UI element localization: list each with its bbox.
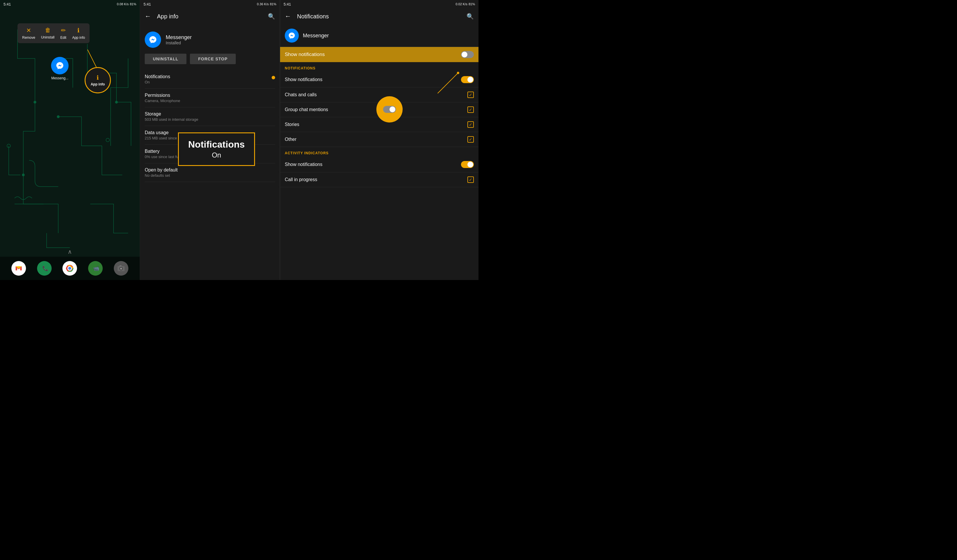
storage-title: Storage	[145, 111, 275, 117]
group-chat-label: Group chat mentions	[285, 107, 328, 112]
remove-icon: ✕	[26, 27, 31, 34]
other-checkbox[interactable]: ✓	[467, 136, 474, 143]
banner-label: Show notifications	[285, 52, 325, 57]
messenger-app-icon[interactable]: Messeng...	[51, 57, 69, 80]
app-info-balloon[interactable]: ℹ App info	[85, 67, 111, 93]
stories-label: Stories	[285, 122, 299, 127]
svg-point-1	[22, 174, 25, 176]
context-menu: ✕ Remove 🗑 Uninstall ✏ Edit ℹ App info	[17, 23, 90, 43]
status-icons-appinfo: 0.36 K/s 81%	[257, 2, 276, 6]
notifications-row[interactable]: Notifications On	[145, 70, 275, 89]
time-home: 5:41	[3, 2, 11, 6]
chats-calls-label: Chats and calls	[285, 92, 317, 98]
dock-gmail[interactable]	[11, 261, 26, 276]
camera-icon	[117, 264, 125, 273]
dock-duo[interactable]: 📹	[88, 261, 103, 276]
messenger-app-icon-large	[145, 32, 161, 48]
activity-toggle-knob	[467, 162, 473, 167]
appinfo-label: App info	[72, 36, 85, 39]
dock: 📞 📹	[0, 257, 140, 280]
show-notifications-banner[interactable]: Show notifications	[280, 47, 478, 62]
uninstall-label: Uninstall	[41, 35, 55, 39]
messenger-notif-icon-svg	[288, 32, 296, 39]
context-remove[interactable]: ✕ Remove	[22, 27, 35, 39]
other-row[interactable]: Other ✓	[280, 132, 478, 147]
app-info-app-header: Messenger Installed	[145, 29, 275, 54]
activity-show-notif-row[interactable]: Show notifications	[280, 157, 478, 172]
search-button-notif[interactable]: 🔍	[466, 13, 474, 20]
home-screen-panel: 5:41 0.08 K/s 81% ✕ Remove 🗑 Uninstall ✏…	[0, 0, 140, 280]
status-bar-notif: 5:41 0.02 K/s 81%	[280, 0, 478, 8]
banner-toggle[interactable]	[461, 51, 474, 58]
time-appinfo: 5:41	[144, 2, 151, 6]
uninstall-icon: 🗑	[45, 27, 51, 33]
status-bar-appinfo: 5:41 0.36 K/s 81%	[140, 0, 280, 8]
search-button-appinfo[interactable]: 🔍	[268, 13, 275, 20]
status-bar-home: 5:41 0.08 K/s 81%	[0, 0, 140, 8]
time-notif: 5:41	[284, 2, 291, 6]
call-in-progress-row[interactable]: Call in progress ✓	[280, 172, 478, 187]
svg-point-19	[120, 267, 122, 270]
svg-point-4	[106, 138, 109, 142]
dock-camera[interactable]	[114, 261, 128, 276]
notifications-header: ← Notifications 🔍	[280, 8, 478, 25]
up-arrow[interactable]: ∧	[68, 248, 72, 255]
messenger-logo-icon	[55, 61, 65, 70]
activity-show-notif-label: Show notifications	[285, 162, 322, 167]
other-label: Other	[285, 137, 297, 142]
permissions-title: Permissions	[145, 93, 275, 98]
notif-app-name: Messenger	[303, 33, 329, 39]
context-appinfo[interactable]: ℹ App info	[72, 27, 85, 39]
group-chat-checkbox[interactable]: ✓	[467, 106, 474, 113]
gmail-icon	[14, 264, 23, 273]
status-icons-home: 0.08 K/s 81%	[117, 2, 136, 6]
notifications-row-title: Notifications	[145, 74, 272, 79]
chrome-icon	[65, 263, 74, 273]
app-info-panel: 5:41 0.36 K/s 81% ← App info 🔍 Messenger…	[140, 0, 280, 280]
force-stop-button[interactable]: FORCE STOP	[190, 54, 236, 64]
show-notif-toggle-knob	[467, 77, 473, 82]
yellow-circle-indicator	[376, 96, 403, 123]
chats-calls-checkbox[interactable]: ✓	[467, 91, 474, 98]
app-name-block: Messenger Installed	[166, 35, 192, 45]
mini-toggle-inside-circle	[383, 106, 396, 113]
context-uninstall[interactable]: 🗑 Uninstall	[41, 27, 55, 39]
show-notif-label: Show notifications	[285, 77, 322, 82]
call-in-progress-checkbox[interactable]: ✓	[467, 177, 474, 183]
signal-icons: 0.08 K/s	[117, 2, 129, 6]
permissions-row[interactable]: Permissions Camera, Microphone	[145, 89, 275, 107]
open-by-default-row[interactable]: Open by default No defaults set	[145, 163, 275, 182]
permissions-sub: Camera, Microphone	[145, 99, 275, 103]
app-info-content: Messenger Installed UNINSTALL FORCE STOP…	[140, 25, 280, 280]
storage-row[interactable]: Storage 503 MB used in internal storage	[145, 107, 275, 126]
storage-sub: 503 MB used in internal storage	[145, 117, 275, 121]
svg-point-13	[68, 267, 71, 270]
stories-checkbox[interactable]: ✓	[467, 121, 474, 128]
dock-chrome[interactable]	[62, 261, 77, 276]
svg-line-23	[437, 73, 458, 93]
appinfo-title: App info	[151, 13, 268, 20]
svg-point-5	[57, 115, 60, 118]
activity-show-notif-toggle[interactable]	[461, 161, 474, 168]
notif-popup-title: Notifications	[188, 139, 245, 150]
app-name: Messenger	[166, 35, 192, 41]
duo-icon: 📹	[91, 264, 100, 273]
balloon-label: App info	[91, 82, 105, 86]
uninstall-button[interactable]: UNINSTALL	[145, 54, 186, 64]
stories-row[interactable]: Stories ✓	[280, 117, 478, 132]
context-edit[interactable]: ✏ Edit	[60, 27, 66, 39]
status-icons-notif: 0.02 K/s 81%	[456, 2, 475, 6]
back-button-notif[interactable]: ←	[285, 13, 291, 20]
appinfo-header: ← App info 🔍	[140, 8, 280, 25]
notifications-row-sub: On	[145, 80, 272, 84]
notif-popup-sub: On	[188, 151, 245, 159]
svg-rect-20	[119, 265, 122, 267]
svg-text:📹: 📹	[93, 265, 99, 271]
messenger-label: Messeng...	[51, 76, 69, 80]
call-in-progress-label: Call in progress	[285, 177, 317, 182]
notifications-title: Notifications	[291, 13, 466, 20]
back-button-appinfo[interactable]: ←	[145, 13, 151, 20]
dock-phone[interactable]: 📞	[37, 261, 52, 276]
notif-app-header: Messenger	[280, 25, 478, 47]
notifications-dot	[272, 76, 275, 79]
